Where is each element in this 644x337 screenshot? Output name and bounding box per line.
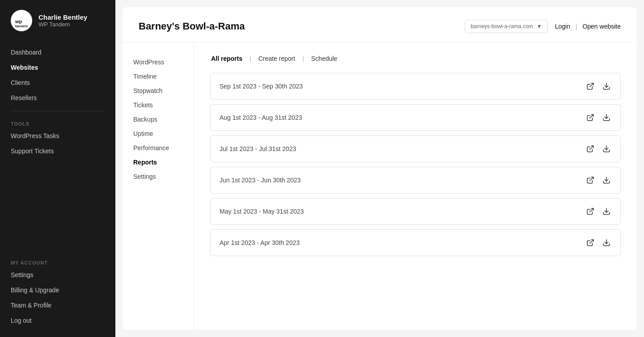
download-report-button[interactable] xyxy=(602,238,611,248)
report-row-actions xyxy=(585,206,611,216)
tab-sep-2: | xyxy=(302,55,304,62)
header-links: Login | Open website xyxy=(555,23,621,30)
report-date: May 1st 2023 - May 31st 2023 xyxy=(220,208,304,215)
report-row-actions xyxy=(585,238,611,248)
header-actions: barneys-bowl-a-rama.com ▼ Login | Open w… xyxy=(465,20,621,33)
sidebar-item-resellers[interactable]: Resellers xyxy=(0,90,115,105)
sidebar: wp tandem Charlie Bentley WP Tandem Dash… xyxy=(0,0,115,337)
reports-content: All reports | Create report | Schedule S… xyxy=(194,42,637,330)
nav-divider-1 xyxy=(11,111,105,111)
table-row: Aug 1st 2023 - Aug 31st 2023 xyxy=(210,104,621,131)
content-area: Barney's Bowl-a-Rama barneys-bowl-a-rama… xyxy=(123,7,637,330)
download-report-button[interactable] xyxy=(602,113,611,122)
report-date: Sep 1st 2023 - Sep 30th 2023 xyxy=(220,83,303,90)
download-report-button[interactable] xyxy=(602,81,611,91)
svg-text:tandem: tandem xyxy=(15,24,28,28)
user-info: Charlie Bentley WP Tandem xyxy=(38,13,87,28)
sub-nav-stopwatch[interactable]: Stopwatch xyxy=(123,84,194,98)
tab-all-reports[interactable]: All reports xyxy=(210,55,243,62)
svg-line-6 xyxy=(590,146,593,149)
sub-nav: WordPress Timeline Stopwatch Tickets Bac… xyxy=(123,42,194,330)
user-company: WP Tandem xyxy=(38,21,87,28)
open-report-button[interactable] xyxy=(585,175,595,185)
sub-nav-reports[interactable]: Reports xyxy=(123,155,194,169)
svg-text:wp: wp xyxy=(15,19,22,24)
report-date: Jun 1st 2023 - Jun 30th 2023 xyxy=(220,177,301,184)
header-sep-1: | xyxy=(574,23,579,30)
open-report-button[interactable] xyxy=(585,238,595,248)
sidebar-item-websites[interactable]: Websites xyxy=(0,60,115,75)
user-name: Charlie Bentley xyxy=(38,13,87,21)
sidebar-item-billing[interactable]: Billing & Upgrade xyxy=(0,282,115,298)
svg-line-8 xyxy=(590,177,593,181)
page-title: Barney's Bowl-a-Rama xyxy=(139,21,245,32)
main: Barney's Bowl-a-Rama barneys-bowl-a-rama… xyxy=(115,0,644,337)
page-header: Barney's Bowl-a-Rama barneys-bowl-a-rama… xyxy=(123,7,637,42)
table-row: Jul 1st 2023 - Jul 31st 2023 xyxy=(210,135,621,162)
sub-nav-wordpress[interactable]: WordPress xyxy=(123,55,194,69)
table-row: Sep 1st 2023 - Sep 30th 2023 xyxy=(210,73,621,100)
sub-nav-backups[interactable]: Backups xyxy=(123,112,194,126)
open-report-button[interactable] xyxy=(585,113,595,122)
report-row-actions xyxy=(585,144,611,154)
login-link[interactable]: Login xyxy=(555,23,570,30)
svg-line-4 xyxy=(590,114,593,118)
my-account-section-label: MY ACCOUNT xyxy=(0,256,115,267)
download-report-button[interactable] xyxy=(602,144,611,154)
sub-nav-tickets[interactable]: Tickets xyxy=(123,98,194,112)
open-website-link[interactable]: Open website xyxy=(582,23,621,30)
report-date: Apr 1st 2023 - Apr 30th 2023 xyxy=(220,239,300,246)
table-row: May 1st 2023 - May 31st 2023 xyxy=(210,198,621,225)
svg-line-2 xyxy=(590,83,593,87)
tab-sep-1: | xyxy=(250,55,251,62)
sidebar-item-settings[interactable]: Settings xyxy=(0,267,115,282)
open-report-button[interactable] xyxy=(585,206,595,216)
sidebar-item-logout[interactable]: Log out xyxy=(0,313,115,328)
sidebar-item-wordpress-tasks[interactable]: WordPress Tasks xyxy=(0,128,115,143)
report-row-actions xyxy=(585,113,611,122)
sidebar-item-clients[interactable]: Clients xyxy=(0,75,115,90)
report-date: Aug 1st 2023 - Aug 31st 2023 xyxy=(220,114,302,121)
report-date: Jul 1st 2023 - Jul 31st 2023 xyxy=(220,145,296,152)
reports-tabs: All reports | Create report | Schedule xyxy=(210,55,621,62)
sub-nav-settings[interactable]: Settings xyxy=(123,169,194,184)
tab-schedule[interactable]: Schedule xyxy=(310,55,338,62)
sidebar-item-dashboard[interactable]: Dashboard xyxy=(0,45,115,60)
body-layout: WordPress Timeline Stopwatch Tickets Bac… xyxy=(123,42,637,330)
domain-label: barneys-bowl-a-rama.com xyxy=(470,23,533,29)
download-report-button[interactable] xyxy=(602,206,611,216)
table-row: Apr 1st 2023 - Apr 30th 2023 xyxy=(210,229,621,256)
svg-line-10 xyxy=(590,208,593,212)
chevron-down-icon: ▼ xyxy=(537,23,542,29)
table-row: Jun 1st 2023 - Jun 30th 2023 xyxy=(210,167,621,194)
tools-section-label: TOOLS xyxy=(0,117,115,128)
sidebar-item-team-profile[interactable]: Team & Profile xyxy=(0,298,115,313)
domain-selector[interactable]: barneys-bowl-a-rama.com ▼ xyxy=(465,20,547,33)
logo-icon: wp tandem xyxy=(11,10,32,31)
svg-line-12 xyxy=(590,240,593,243)
tab-create-report[interactable]: Create report xyxy=(258,55,296,62)
report-row-actions xyxy=(585,81,611,91)
sidebar-footer: MY ACCOUNT Settings Billing & Upgrade Te… xyxy=(0,249,115,337)
sidebar-header: wp tandem Charlie Bentley WP Tandem xyxy=(0,0,115,41)
download-report-button[interactable] xyxy=(602,175,611,185)
report-row-actions xyxy=(585,175,611,185)
sub-nav-timeline[interactable]: Timeline xyxy=(123,69,194,84)
sub-nav-performance[interactable]: Performance xyxy=(123,141,194,155)
open-report-button[interactable] xyxy=(585,81,595,91)
sub-nav-uptime[interactable]: Uptime xyxy=(123,126,194,141)
sidebar-nav: Dashboard Websites Clients Resellers TOO… xyxy=(0,41,115,249)
sidebar-item-support-tickets[interactable]: Support Tickets xyxy=(0,143,115,159)
open-report-button[interactable] xyxy=(585,144,595,154)
